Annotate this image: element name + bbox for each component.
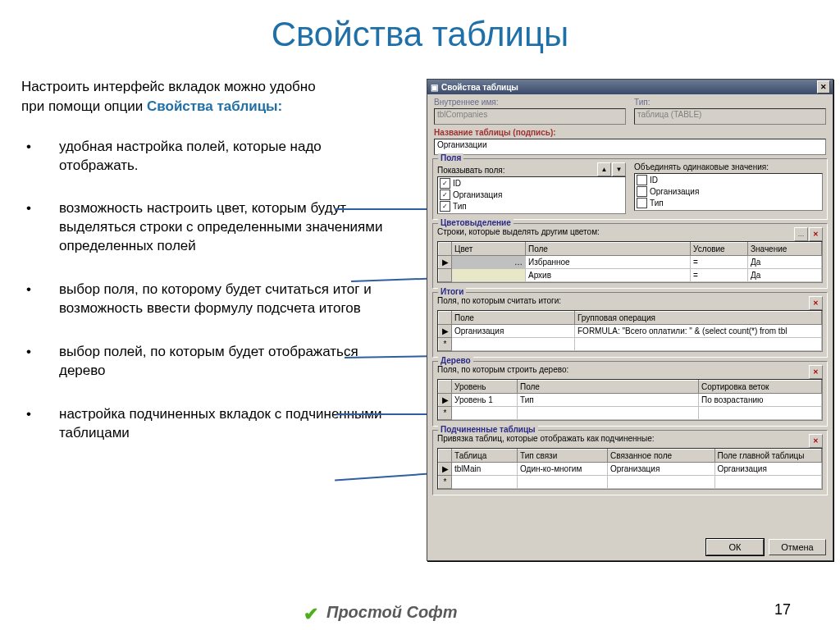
row-marker: ▶ <box>439 394 452 407</box>
colors-group: Цветовыделение Строки, которые выделять … <box>432 223 828 289</box>
grid-cell[interactable]: По возрастанию <box>699 394 822 407</box>
col-header: Тип связи <box>518 450 608 463</box>
left-content: Настроить интерфейс вкладок можно удобно… <box>21 77 395 468</box>
col-header: Цвет <box>452 243 526 256</box>
grid-cell[interactable]: Тип <box>518 394 699 407</box>
fields-group: Поля Показывать поля: ▲ ▼ ✓ID ✓Организац… <box>432 158 828 220</box>
col-header: Поле <box>452 312 575 325</box>
grid-cell[interactable]: Организация <box>608 463 715 476</box>
colors-grid[interactable]: Цвет Поле Условие Значение ▶ … Избранное… <box>437 241 823 283</box>
checkbox-icon[interactable] <box>637 198 647 208</box>
grid-cell[interactable]: = <box>691 256 748 269</box>
caption-label: Название таблицы (подпись): <box>434 128 826 137</box>
merge-fields-label: Объединять одинаковые значения: <box>634 162 823 171</box>
colors-legend: Цветовыделение <box>438 218 514 227</box>
tree-grid[interactable]: Уровень Поле Сортировка веток ▶ Уровень … <box>437 379 823 421</box>
subs-legend: Подчиненные таблицы <box>438 425 538 434</box>
row-marker: ▶ <box>439 325 452 338</box>
list-item-label: Тип <box>453 202 467 211</box>
new-row-marker: * <box>439 476 452 489</box>
list-item-label: Организация <box>650 187 699 196</box>
bullet-list: удобная настройка полей, которые надо от… <box>21 138 395 443</box>
col-header: Сортировка веток <box>699 381 822 394</box>
checkbox-icon[interactable] <box>637 175 647 185</box>
tree-legend: Дерево <box>438 356 473 365</box>
intro-line2a: при помощи опции <box>21 98 147 114</box>
checkbox-icon[interactable]: ✓ <box>440 189 450 200</box>
fields-legend: Поля <box>438 153 463 162</box>
col-header: Поле <box>526 243 691 256</box>
cancel-button[interactable]: Отмена <box>769 539 826 555</box>
col-header: Значение <box>748 243 822 256</box>
col-header: Групповая операция <box>575 312 822 325</box>
grid-cell[interactable]: Организация <box>714 463 822 476</box>
grid-cell[interactable]: FORMULA: "Всего оплатили: " & (select co… <box>575 325 822 338</box>
col-header: Поле главной таблицы <box>714 450 822 463</box>
intro-text: Настроить интерфейс вкладок можно удобно… <box>21 77 395 116</box>
color-cell[interactable]: … <box>452 256 526 269</box>
app-icon: ▣ <box>431 83 438 92</box>
properties-dialog: ▣ Свойства таблицы ✕ Внутреннее имя: tbl… <box>427 79 833 561</box>
dialog-title: Свойства таблицы <box>441 83 518 92</box>
type-field: таблица (TABLE) <box>634 108 826 125</box>
bullet-item: выбор полей, по которым будет отображать… <box>21 343 395 381</box>
ok-button[interactable]: ОК <box>706 539 764 555</box>
intro-option-name: Свойства таблицы: <box>147 98 282 114</box>
new-row-marker: * <box>439 407 452 420</box>
totals-hint: Поля, по которым считать итоги: <box>437 296 561 308</box>
col-header: Связанное поле <box>608 450 715 463</box>
subs-grid[interactable]: Таблица Тип связи Связанное поле Поле гл… <box>437 448 823 490</box>
col-header: Условие <box>691 243 748 256</box>
slide-title: Свойства таблицы <box>0 15 840 54</box>
tree-group: Дерево Поля, по которым строить дерево: … <box>432 361 828 427</box>
dialog-titlebar: ▣ Свойства таблицы ✕ <box>427 80 833 94</box>
show-fields-label: Показывать поля: <box>437 166 504 175</box>
list-item-label: Тип <box>650 199 664 208</box>
list-item-label: Организация <box>453 190 502 199</box>
checkbox-icon[interactable]: ✓ <box>440 201 450 212</box>
totals-group: Итоги Поля, по которым считать итоги: ✕ … <box>432 292 828 358</box>
internal-name-field: tblCompanies <box>434 108 626 125</box>
close-button[interactable]: ✕ <box>817 80 830 94</box>
list-item-label: ID <box>453 179 461 188</box>
grid-cell[interactable]: Организация <box>452 325 575 338</box>
delete-row-button[interactable]: ✕ <box>809 227 823 241</box>
grid-cell[interactable]: = <box>691 269 748 282</box>
add-row-button[interactable]: … <box>794 227 808 241</box>
totals-legend: Итоги <box>438 287 466 296</box>
page-number: 17 <box>774 601 791 619</box>
arrow-5 <box>335 472 441 481</box>
bullet-item: настройка подчиненных вкладок с подчинен… <box>21 405 395 443</box>
row-marker: ▶ <box>439 256 452 269</box>
subs-group: Подчиненные таблицы Привязка таблиц, кот… <box>432 430 828 495</box>
delete-row-button[interactable]: ✕ <box>809 365 823 379</box>
grid-cell[interactable]: tblMain <box>452 463 518 476</box>
grid-cell[interactable]: Избранное <box>526 256 691 269</box>
brand-text: Простой Софт <box>326 603 458 622</box>
merge-fields-list[interactable]: ID Организация Тип <box>634 173 823 211</box>
checkbox-icon[interactable]: ✓ <box>440 178 450 189</box>
colors-hint: Строки, которые выделять другим цветом: <box>437 227 600 240</box>
bullet-item: выбор поля, по которому будет считаться … <box>21 281 395 318</box>
color-cell[interactable] <box>452 269 526 282</box>
grid-cell[interactable]: Уровень 1 <box>452 394 518 407</box>
row-marker: ▶ <box>439 463 452 476</box>
caption-field[interactable]: Организации <box>434 139 826 155</box>
delete-row-button[interactable]: ✕ <box>809 434 823 448</box>
grid-cell[interactable]: Архив <box>526 269 691 282</box>
col-header: Таблица <box>452 450 518 463</box>
subs-hint: Привязка таблиц, которые отображать как … <box>437 434 655 446</box>
list-item-label: ID <box>650 176 658 185</box>
move-up-button[interactable]: ▲ <box>597 162 611 176</box>
footer-brand: Простой Софт <box>304 603 458 622</box>
grid-cell[interactable]: Один-ко-многим <box>518 463 608 476</box>
totals-grid[interactable]: Поле Групповая операция ▶ Организация FO… <box>437 310 823 352</box>
grid-cell[interactable]: Да <box>748 269 822 282</box>
check-icon <box>304 604 322 622</box>
delete-row-button[interactable]: ✕ <box>809 296 823 310</box>
show-fields-list[interactable]: ✓ID ✓Организация ✓Тип <box>437 176 626 214</box>
col-header: Уровень <box>452 381 518 394</box>
checkbox-icon[interactable] <box>637 186 647 197</box>
grid-cell[interactable]: Да <box>748 256 822 269</box>
move-down-button[interactable]: ▼ <box>612 162 626 176</box>
